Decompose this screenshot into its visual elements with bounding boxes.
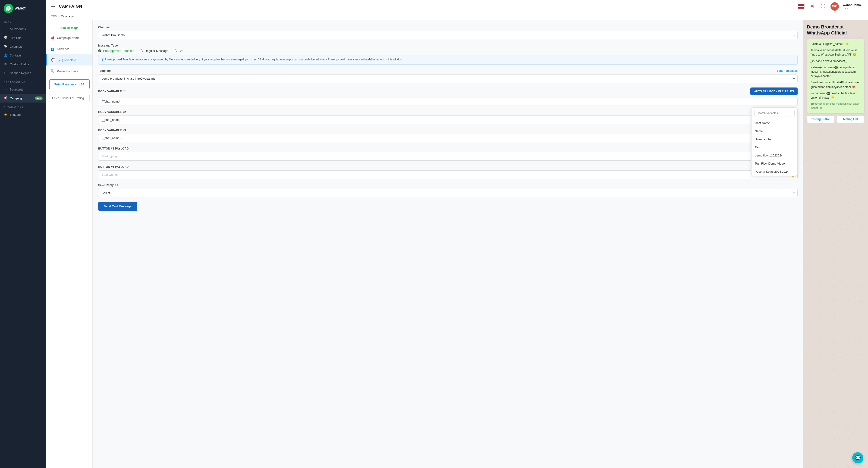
template-select[interactable]: demo broadcast in class intro2waba_ms	[98, 74, 798, 83]
var-dropdown: Chat Name Name Unsubscribe Tag demo flow…	[751, 107, 798, 176]
fullscreen-icon[interactable]: ⛶	[819, 3, 827, 10]
button2-payload-group: BUTTON #1 PAYLOAD </> 😊	[98, 165, 798, 179]
sidebar-item-channels[interactable]: 📡 Channels	[0, 42, 46, 51]
user-info: Wabot Demo... User	[842, 3, 863, 9]
save-reply-select[interactable]: Select...	[98, 189, 798, 197]
radio-bot[interactable]: Bot	[174, 49, 183, 53]
main-area: ☰ CAMPAIGN ⊞ ⛶ WD Wabot Demo... User CRM…	[46, 0, 868, 468]
var-item-peserta[interactable]: Peserta Kelas 2023 2024	[751, 168, 797, 176]
radio-regular-label: Regular Message	[145, 49, 168, 53]
step-label: Campaign Name	[57, 36, 80, 40]
info-icon: ℹ	[102, 58, 103, 62]
var-search-input[interactable]	[754, 110, 795, 116]
radio-pre-approved[interactable]: Pre Approved Template	[98, 49, 134, 53]
step-label: (#1) Template	[58, 58, 76, 62]
campaign-name-icon: 📣	[50, 35, 55, 40]
preview-line-6: {{{chat_name}}} boleh cuba test tekan bu…	[811, 91, 861, 100]
sidebar-item-live-chat[interactable]: 💬 Live Chat	[0, 33, 46, 42]
var-item-chat-name[interactable]: Chat Name	[751, 119, 797, 127]
breadcrumb-separator: ›	[59, 15, 60, 18]
preview-bubble: Salam & Hi {{{chat_name}}} 👋 Terima kasi…	[807, 39, 864, 113]
preview-testing-button[interactable]: Testing Button	[807, 115, 835, 123]
sync-templates-link[interactable]: Sync Templates	[777, 69, 798, 72]
logo-icon	[4, 4, 13, 13]
step-audience[interactable]: 👥 Audience	[46, 43, 92, 55]
var-search	[751, 108, 797, 119]
broadcasting-section-label: BROADCASTING	[0, 77, 46, 85]
template-select-wrapper: demo broadcast in class intro2waba_ms	[98, 74, 798, 83]
preview-line-5: Broadcast guna official API ni best bole…	[811, 80, 861, 89]
radio-regular-input[interactable]	[140, 49, 143, 52]
sidebar-item-canned-replies[interactable]: ↩ Canned Replies	[0, 68, 46, 77]
audience-icon: 👥	[50, 46, 55, 51]
campaign-badge: New	[35, 97, 42, 100]
preview-line-1: Salam & Hi {{{chat_name}}} 👋	[811, 42, 861, 46]
save-reply-label: Save Reply As	[98, 183, 798, 187]
template-row: Template Sync Templates	[98, 69, 798, 72]
total-receivers-button[interactable]: Total Receivers : 159	[49, 79, 90, 89]
button2-payload-wrapper: </> 😊	[98, 170, 798, 179]
preview-testing-list[interactable]: Testing List	[837, 115, 864, 123]
var1-input-row: Chat Name Name Unsubscribe Tag demo flow…	[98, 97, 798, 106]
sidebar-item-label: Custom Fields	[10, 63, 29, 66]
body-var2-group: BODY VARIABLE #2	[98, 110, 798, 124]
radio-pre-approved-label: Pre Approved Template	[103, 49, 134, 53]
radio-pre-approved-input[interactable]	[98, 49, 101, 52]
breadcrumb-crm[interactable]: CRM	[51, 15, 57, 18]
add-message-link[interactable]: Add Message	[46, 24, 92, 32]
person-icon: 👤	[4, 54, 7, 57]
button1-payload-group: BUTTON #1 PAYLOAD </> 😊	[98, 147, 798, 161]
radio-regular[interactable]: Regular Message	[140, 49, 168, 53]
user-role: User	[842, 7, 863, 9]
step-template[interactable]: 💬 (#1) Template	[46, 55, 92, 66]
chat-icon: 💬	[4, 36, 7, 40]
step-label: Audience	[57, 47, 69, 51]
test-number-input[interactable]	[49, 94, 90, 102]
var-item-demo-flow[interactable]: demo flow 11022024	[751, 152, 797, 160]
automations-section-label: AUTOMATIONS	[0, 103, 46, 110]
preview-buttons: Testing Button Testing List	[807, 115, 864, 123]
content-area: Add Message 📣 Campaign Name 👥 Audience 💬…	[46, 20, 868, 468]
page-title: CAMPAIGN	[59, 4, 82, 9]
preview-title: Demo Broadcast WhatsApp Official	[807, 24, 864, 36]
sidebar-item-all-products[interactable]: ⊞ All Products	[0, 25, 46, 33]
channel-select[interactable]: Wabot Pro Demo	[98, 31, 798, 39]
avatar[interactable]: WD	[831, 2, 839, 11]
field-icon: 🗂	[4, 62, 7, 66]
topbar-right: ⊞ ⛶ WD Wabot Demo... User	[798, 2, 863, 11]
body-var3-group: BODY VARIABLE #3	[98, 129, 798, 142]
send-test-button[interactable]: Send Test Message	[98, 202, 137, 211]
body-var3-input[interactable]	[98, 134, 798, 142]
var-item-tag[interactable]: Tag	[751, 143, 797, 152]
body-var2-input[interactable]	[98, 115, 798, 124]
preview-icon: 🔍	[50, 69, 55, 73]
var-item-unsubscribe[interactable]: Unsubscribe	[751, 135, 797, 143]
step-preview-save[interactable]: 🔍 Preview & Save	[46, 66, 92, 77]
var-item-name[interactable]: Name	[751, 127, 797, 135]
sidebar-item-custom-fields[interactable]: 🗂 Custom Fields	[0, 60, 46, 68]
reply-icon: ↩	[4, 71, 7, 75]
flag-us-icon[interactable]	[798, 4, 805, 9]
button1-payload-input[interactable]	[98, 152, 798, 161]
save-reply-group: Save Reply As Select...	[98, 183, 798, 197]
sidebar-logo: wabot	[0, 0, 46, 17]
body-var1-input[interactable]	[98, 97, 798, 106]
sidebar-item-triggers[interactable]: ⚡ Triggers	[0, 110, 46, 119]
step-campaign-name[interactable]: 📣 Campaign Name	[46, 32, 92, 43]
sidebar-item-campaign[interactable]: 📢 Campaign New	[0, 94, 46, 103]
var-item-test-flow[interactable]: Test Flow Demo Video	[751, 160, 797, 168]
radio-bot-input[interactable]	[174, 49, 177, 52]
channel-label: Channel	[98, 26, 798, 29]
message-type-group: Message Type Pre Approved Template Regul…	[98, 44, 798, 65]
hamburger-icon[interactable]: ☰	[51, 4, 55, 9]
grid-view-icon[interactable]: ⊞	[808, 3, 816, 10]
button2-payload-input[interactable]	[98, 170, 798, 179]
preview-panel: Demo Broadcast WhatsApp Official Salam &…	[803, 20, 868, 468]
auto-fill-button[interactable]: AUTO FILL BODY VARIABLES	[750, 88, 798, 95]
sidebar-item-contacts[interactable]: 👤 Contacts	[0, 51, 46, 60]
chat-support-button[interactable]: 💬	[852, 452, 863, 463]
sidebar-item-label: Triggers	[10, 113, 21, 116]
sidebar-item-segments[interactable]: ⋯ Segments	[0, 85, 46, 94]
sidebar-item-label: Channels	[10, 45, 23, 48]
preview-line-2: Terima kasih sebab daftar & join kelas "…	[811, 48, 861, 57]
